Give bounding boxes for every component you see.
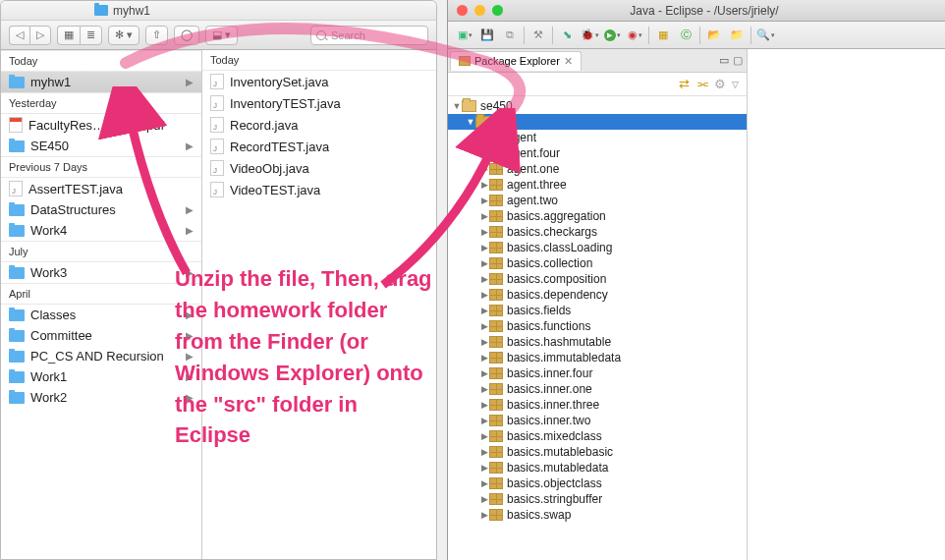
- new-class-button[interactable]: Ⓒ: [675, 26, 696, 45]
- tags-button[interactable]: ◯: [174, 26, 199, 45]
- disclosure-triangle-icon[interactable]: ▶: [479, 164, 489, 174]
- disclosure-triangle-icon[interactable]: ▶: [479, 227, 489, 237]
- dropbox-button[interactable]: ⬓ ▾: [205, 26, 238, 45]
- package-node[interactable]: ▶basics.checkargs: [448, 224, 747, 240]
- minimize-button[interactable]: [474, 5, 485, 16]
- package-node[interactable]: ▶basics.mutablebasic: [448, 444, 747, 460]
- search-input[interactable]: Search: [310, 26, 428, 45]
- nav-back-forward[interactable]: ◁ ▷: [9, 26, 51, 45]
- disclosure-triangle-icon[interactable]: ▶: [479, 400, 489, 410]
- package-node[interactable]: ▶basics.mixedclass: [448, 428, 747, 444]
- finder-item[interactable]: Committee▶: [1, 325, 201, 346]
- package-node[interactable]: ▶agent.four: [448, 145, 747, 161]
- disclosure-triangle-icon[interactable]: ▶: [479, 180, 489, 190]
- finder-item[interactable]: myhw1▶: [1, 72, 201, 92]
- share-button[interactable]: ⇧: [145, 26, 168, 45]
- run-button[interactable]: ▶▾: [601, 26, 623, 45]
- disclosure-triangle-icon[interactable]: ▶: [479, 243, 489, 252]
- finder-item[interactable]: Work2▶: [1, 387, 201, 408]
- debug-button[interactable]: 🐞▾: [579, 26, 600, 45]
- project-node[interactable]: ▼ se450: [448, 98, 747, 114]
- disclosure-triangle-icon[interactable]: ▶: [479, 321, 489, 331]
- arrange-button[interactable]: ✻ ▾: [108, 26, 139, 45]
- list-view-button[interactable]: ≣: [80, 26, 102, 45]
- save-button[interactable]: 💾: [476, 26, 498, 45]
- icon-view-button[interactable]: ▦: [57, 26, 80, 45]
- save-all-button[interactable]: ⧉: [499, 26, 521, 45]
- disclosure-triangle-icon[interactable]: ▶: [479, 133, 489, 142]
- package-node[interactable]: ▶basics.classLoading: [448, 240, 747, 255]
- package-node[interactable]: ▶basics.hashmutable: [448, 334, 747, 350]
- disclosure-triangle-icon[interactable]: ▶: [479, 416, 489, 425]
- finder-item[interactable]: Work3▶: [1, 262, 201, 283]
- package-node[interactable]: ▶basics.collection: [448, 255, 747, 271]
- forward-button[interactable]: ▷: [29, 26, 51, 45]
- view-menu-icon[interactable]: ▽: [732, 80, 739, 89]
- disclosure-triangle-icon[interactable]: ▶: [479, 431, 489, 441]
- package-node[interactable]: ▶basics.composition: [448, 271, 747, 287]
- disclosure-triangle-icon[interactable]: ▶: [479, 478, 489, 488]
- disclosure-triangle-icon[interactable]: ▶: [479, 258, 489, 268]
- disclosure-triangle-icon[interactable]: ▶: [479, 447, 489, 457]
- src-folder-node[interactable]: ▼ src: [448, 114, 747, 130]
- finder-item[interactable]: Work4▶: [1, 220, 201, 241]
- package-tree[interactable]: ▼ se450 ▼ src ▶agent▶agent.four▶agent.on…: [448, 96, 747, 560]
- package-node[interactable]: ▶basics.inner.three: [448, 397, 747, 413]
- finder-item[interactable]: Record.java: [202, 114, 436, 136]
- package-node[interactable]: ▶basics.immutabledata: [448, 350, 747, 365]
- minimize-view-icon[interactable]: ▭: [719, 54, 729, 67]
- finder-item[interactable]: VideoTEST.java: [202, 179, 436, 200]
- package-node[interactable]: ▶agent.three: [448, 177, 747, 193]
- package-node[interactable]: ▶agent.two: [448, 193, 747, 208]
- close-tab-icon[interactable]: ✕: [564, 55, 573, 68]
- finder-item[interactable]: PC_CS AND Recursion▶: [1, 346, 201, 366]
- disclosure-triangle-icon[interactable]: ▶: [479, 337, 489, 347]
- new-button[interactable]: ▣▾: [454, 26, 475, 45]
- close-button[interactable]: [457, 5, 468, 16]
- package-node[interactable]: ▶basics.aggregation: [448, 208, 747, 224]
- window-controls[interactable]: [448, 5, 503, 16]
- disclosure-triangle-icon[interactable]: ▶: [479, 211, 489, 221]
- disclosure-triangle-icon[interactable]: ▶: [479, 306, 489, 315]
- disclosure-triangle-icon[interactable]: ▶: [479, 290, 489, 300]
- package-node[interactable]: ▶basics.inner.one: [448, 381, 747, 397]
- filters-icon[interactable]: ⚙: [714, 77, 726, 91]
- disclosure-triangle-icon[interactable]: ▼: [466, 117, 475, 127]
- package-node[interactable]: ▶basics.stringbuffer: [448, 491, 747, 507]
- coverage-button[interactable]: ◉▾: [624, 26, 645, 45]
- open-task-button[interactable]: 📁: [726, 26, 748, 45]
- collapse-all-icon[interactable]: ⇄: [679, 77, 690, 91]
- finder-item[interactable]: Work1▶: [1, 366, 201, 387]
- disclosure-triangle-icon[interactable]: ▶: [479, 148, 489, 158]
- maximize-view-icon[interactable]: ▢: [733, 54, 743, 67]
- package-node[interactable]: ▶agent.one: [448, 161, 747, 177]
- package-node[interactable]: ▶basics.objectclass: [448, 476, 747, 491]
- search-button[interactable]: 🔍▾: [754, 26, 776, 45]
- back-button[interactable]: ◁: [9, 26, 29, 45]
- package-node[interactable]: ▶agent: [448, 130, 747, 145]
- package-node[interactable]: ▶basics.inner.two: [448, 413, 747, 428]
- view-mode-segment[interactable]: ▦ ≣: [57, 26, 102, 45]
- finder-item[interactable]: SE450▶: [1, 136, 201, 156]
- package-node[interactable]: ▶basics.fields: [448, 303, 747, 318]
- package-node[interactable]: ▶basics.dependency: [448, 287, 747, 303]
- disclosure-triangle-icon[interactable]: ▶: [479, 494, 489, 504]
- build-button[interactable]: ⚒: [528, 26, 549, 45]
- finder-item[interactable]: RecordTEST.java: [202, 136, 436, 157]
- package-node[interactable]: ▶basics.functions: [448, 318, 747, 334]
- finder-item[interactable]: InventoryTEST.java: [202, 92, 436, 114]
- new-package-button[interactable]: ▦: [652, 26, 674, 45]
- disclosure-triangle-icon[interactable]: ▶: [479, 196, 489, 205]
- finder-item[interactable]: FacultyRes…ep… 5.pdf: [1, 114, 201, 136]
- package-node[interactable]: ▶basics.inner.four: [448, 365, 747, 381]
- finder-column-1[interactable]: Today myhw1▶ Yesterday FacultyRes…ep… 5.…: [1, 50, 202, 559]
- package-node[interactable]: ▶basics.mutabledata: [448, 460, 747, 476]
- skip-breakpoints-button[interactable]: ⬊: [556, 26, 578, 45]
- finder-item[interactable]: DataStructures▶: [1, 199, 201, 220]
- package-explorer-tab[interactable]: Package Explorer ✕: [450, 51, 582, 71]
- disclosure-triangle-icon[interactable]: ▶: [479, 463, 489, 473]
- disclosure-triangle-icon[interactable]: ▶: [479, 353, 489, 363]
- finder-item[interactable]: InventorySet.java: [202, 71, 436, 92]
- disclosure-triangle-icon[interactable]: ▶: [479, 384, 489, 394]
- package-node[interactable]: ▶basics.swap: [448, 507, 747, 523]
